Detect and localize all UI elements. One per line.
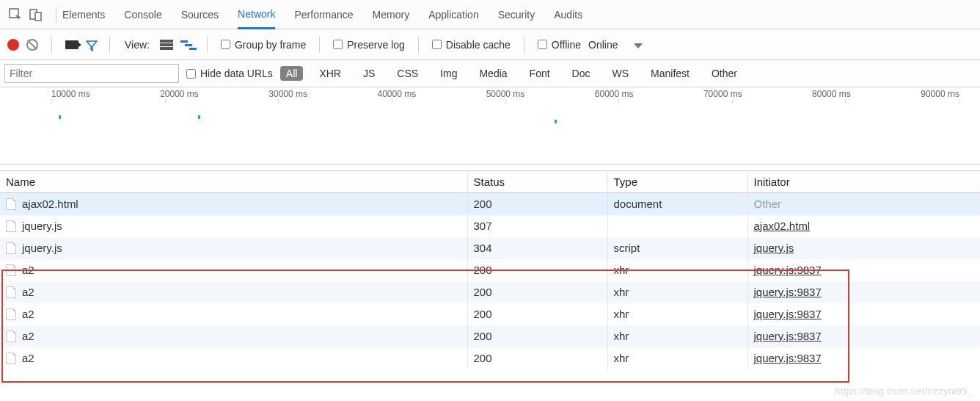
- table-row[interactable]: a2200xhrjquery.js:9837: [0, 281, 980, 303]
- timeline-tick-label: 30000 ms: [268, 89, 307, 99]
- group-by-frame-checkbox[interactable]: Group by frame: [221, 39, 306, 51]
- cell-type: xhr: [607, 259, 747, 281]
- cell-initiator[interactable]: Other: [747, 193, 980, 215]
- timeline-marker: [555, 120, 557, 123]
- cell-name[interactable]: jquery.js: [0, 215, 467, 237]
- preserve-log-checkbox[interactable]: Preserve log: [333, 39, 405, 51]
- hide-data-urls-checkbox[interactable]: Hide data URLs: [186, 68, 273, 79]
- tab-memory[interactable]: Memory: [373, 0, 410, 29]
- table-row[interactable]: a2200xhrjquery.js:9837: [0, 259, 980, 281]
- timeline-tick-label: 50000 ms: [486, 89, 525, 99]
- cell-name[interactable]: a2: [0, 347, 467, 369]
- hide-data-urls-input[interactable]: [186, 69, 196, 79]
- cell-name[interactable]: a2: [0, 303, 467, 325]
- waterfall-icon[interactable]: [180, 40, 194, 50]
- initiator-link[interactable]: jquery.js:9837: [754, 330, 822, 342]
- col-header-initiator[interactable]: Initiator: [747, 171, 980, 193]
- type-filter-all[interactable]: All: [280, 66, 304, 81]
- type-filter-css[interactable]: CSS: [391, 66, 424, 81]
- col-header-name[interactable]: Name: [0, 171, 467, 193]
- timeline-tick-label: 20000 ms: [160, 89, 199, 99]
- timeline-labels: 10000 ms20000 ms30000 ms40000 ms50000 ms…: [0, 89, 980, 99]
- tab-security[interactable]: Security: [498, 0, 535, 29]
- cell-initiator[interactable]: jquery.js:9837: [747, 259, 980, 281]
- table-row[interactable]: jquery.js304scriptjquery.js: [0, 237, 980, 259]
- disable-cache-input[interactable]: [432, 40, 442, 49]
- group-by-frame-input[interactable]: [221, 40, 230, 49]
- record-icon[interactable]: [7, 39, 19, 51]
- type-filter-xhr[interactable]: XHR: [313, 66, 347, 81]
- initiator-link[interactable]: jquery.js:9837: [754, 352, 822, 364]
- initiator-link[interactable]: ajax02.html: [754, 220, 811, 232]
- type-filter-font[interactable]: Font: [524, 66, 556, 81]
- toggle-device-icon[interactable]: [28, 7, 44, 23]
- table-row[interactable]: a2200xhrjquery.js:9837: [0, 303, 980, 325]
- file-icon: [6, 330, 16, 342]
- tab-network[interactable]: Network: [238, 1, 275, 29]
- table-row[interactable]: ajax02.html200documentOther: [0, 193, 980, 215]
- type-filter-ws[interactable]: WS: [607, 66, 635, 81]
- cell-initiator[interactable]: jquery.js:9837: [747, 347, 980, 369]
- table-row[interactable]: a2200xhrjquery.js:9837: [0, 325, 980, 347]
- tab-elements[interactable]: Elements: [62, 0, 105, 29]
- filter-toggle-icon[interactable]: [86, 40, 96, 50]
- cell-status: 307: [467, 215, 607, 237]
- cell-type: xhr: [607, 325, 747, 347]
- timeline-tick-label: 90000 ms: [921, 89, 959, 99]
- cell-initiator[interactable]: jquery.js:9837: [747, 281, 980, 303]
- svg-rect-3: [160, 40, 173, 43]
- table-row[interactable]: a2200xhrjquery.js:9837: [0, 347, 980, 369]
- disable-cache-checkbox[interactable]: Disable cache: [432, 39, 511, 51]
- timeline-overview[interactable]: 10000 ms20000 ms30000 ms40000 ms50000 ms…: [0, 87, 980, 165]
- type-filter-js[interactable]: JS: [357, 66, 381, 81]
- table-row[interactable]: jquery.js307ajax02.html: [0, 215, 980, 237]
- panel-tabs: ElementsConsoleSourcesNetworkPerformance…: [62, 0, 582, 29]
- throttling-select[interactable]: Online: [588, 39, 646, 51]
- offline-checkbox[interactable]: Offline: [538, 39, 581, 51]
- cell-initiator[interactable]: jquery.js: [747, 237, 980, 259]
- cell-type: [607, 215, 747, 237]
- cell-name[interactable]: a2: [0, 281, 467, 303]
- col-header-type[interactable]: Type: [607, 171, 747, 193]
- tab-application[interactable]: Application: [428, 0, 479, 29]
- tab-sources[interactable]: Sources: [181, 0, 219, 29]
- clear-icon[interactable]: [26, 39, 38, 51]
- svg-rect-2: [35, 12, 41, 21]
- type-filter-other[interactable]: Other: [706, 66, 743, 81]
- filter-input[interactable]: [4, 64, 179, 83]
- cell-type: document: [607, 193, 747, 215]
- cell-initiator[interactable]: jquery.js:9837: [747, 303, 980, 325]
- file-icon: [6, 242, 16, 254]
- cell-name[interactable]: a2: [0, 325, 467, 347]
- screenshot-icon[interactable]: [65, 40, 78, 49]
- cell-name[interactable]: a2: [0, 259, 467, 281]
- separator: [524, 37, 524, 53]
- cell-name[interactable]: jquery.js: [0, 237, 467, 259]
- cell-status: 200: [467, 193, 607, 215]
- tab-console[interactable]: Console: [124, 0, 161, 29]
- large-rows-icon[interactable]: [160, 40, 173, 50]
- cell-initiator[interactable]: jquery.js:9837: [747, 325, 980, 347]
- initiator-link[interactable]: jquery.js:9837: [754, 286, 822, 298]
- initiator-link[interactable]: jquery.js: [754, 242, 794, 254]
- svg-rect-8: [189, 48, 197, 50]
- tab-performance[interactable]: Performance: [294, 0, 353, 29]
- separator: [418, 37, 419, 53]
- offline-input[interactable]: [538, 40, 547, 49]
- type-filter-img[interactable]: Img: [434, 66, 463, 81]
- preserve-log-input[interactable]: [333, 40, 343, 49]
- type-filter-doc[interactable]: Doc: [566, 66, 596, 81]
- tab-audits[interactable]: Audits: [554, 0, 582, 29]
- initiator-link[interactable]: jquery.js:9837: [754, 308, 822, 320]
- col-header-status[interactable]: Status: [467, 171, 607, 193]
- network-toolbar: View: Group by frame Preserve log Disabl…: [0, 29, 980, 60]
- cell-name[interactable]: ajax02.html: [0, 193, 467, 215]
- initiator-link[interactable]: jquery.js:9837: [754, 264, 822, 276]
- svg-rect-4: [160, 43, 173, 46]
- type-filters: AllXHRJSCSSImgMediaFontDocWSManifestOthe…: [280, 66, 743, 81]
- inspect-element-icon[interactable]: [7, 7, 23, 23]
- type-filter-media[interactable]: Media: [473, 66, 513, 81]
- cell-initiator[interactable]: ajax02.html: [747, 215, 980, 237]
- type-filter-manifest[interactable]: Manifest: [645, 66, 695, 81]
- timeline-tick-label: 40000 ms: [377, 89, 416, 99]
